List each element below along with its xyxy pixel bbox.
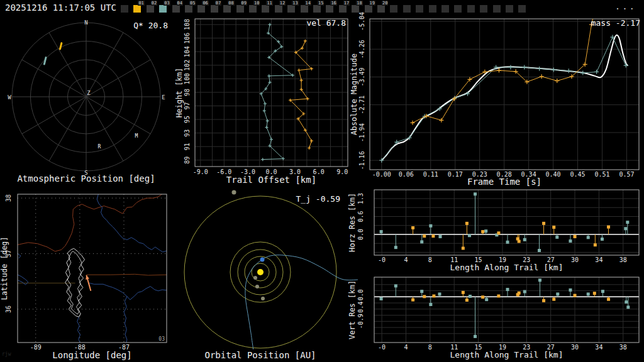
ytick: -5.04 bbox=[358, 12, 365, 31]
residual-marker bbox=[625, 300, 628, 304]
xtick: -9.0 bbox=[193, 168, 208, 175]
residual-marker bbox=[601, 238, 604, 241]
polar-spoke bbox=[49, 97, 86, 161]
polar-spoke bbox=[22, 97, 86, 134]
residual-marker bbox=[497, 294, 500, 297]
polar-spoke bbox=[49, 33, 86, 97]
ytick: 98 bbox=[184, 89, 191, 96]
residual-marker bbox=[420, 240, 423, 243]
xtick: 38 bbox=[619, 344, 627, 351]
residual-marker bbox=[574, 235, 577, 238]
residual-marker bbox=[555, 236, 558, 239]
residual-marker bbox=[523, 238, 526, 241]
data-marker bbox=[522, 65, 526, 69]
map-ytick: 38 bbox=[5, 194, 12, 202]
panel-trail: -9.0-6.0-3.00.03.06.09.08991939597981001… bbox=[175, 18, 348, 185]
polar-xlabel: Atmospheric Position [deg] bbox=[17, 173, 155, 184]
series-fit-curve bbox=[382, 35, 628, 161]
residual-marker bbox=[506, 241, 509, 244]
map-box bbox=[18, 194, 167, 343]
residual-marker bbox=[601, 290, 604, 293]
residual-marker bbox=[607, 226, 610, 229]
residual-marker bbox=[474, 192, 477, 195]
residual-marker bbox=[523, 290, 526, 293]
annotation: vel 67.8 bbox=[306, 18, 346, 28]
polar-spoke bbox=[22, 60, 86, 97]
residual-marker bbox=[626, 221, 629, 224]
data-marker bbox=[537, 67, 541, 71]
data-marker bbox=[304, 40, 307, 43]
data-marker bbox=[265, 126, 268, 129]
xtick: 4 bbox=[404, 344, 408, 351]
xlabel: Length Along Trail [km] bbox=[450, 263, 563, 272]
residual-marker bbox=[542, 299, 545, 302]
residual-marker bbox=[569, 288, 572, 292]
sun-marker bbox=[257, 269, 264, 275]
panel-atmospheric-position: NSWEZRMQ* 20.8Atmospheric Position [deg] bbox=[8, 19, 168, 184]
data-marker bbox=[268, 81, 271, 84]
residual-marker bbox=[380, 230, 383, 233]
series-group bbox=[260, 23, 313, 162]
residual-marker bbox=[429, 224, 432, 228]
data-marker bbox=[263, 109, 266, 112]
ytick: -2.71 bbox=[358, 96, 365, 114]
ytick: 1.3 bbox=[357, 193, 364, 204]
ylabel: Absolute Magnitude bbox=[350, 53, 358, 135]
xtick: -0.00 bbox=[372, 171, 391, 178]
ytick: 93 bbox=[184, 129, 191, 137]
station-marker-M: M bbox=[135, 133, 138, 139]
map-river-branch bbox=[124, 297, 127, 343]
residual-marker bbox=[587, 236, 590, 239]
q-annotation: Q* 20.8 bbox=[133, 21, 168, 30]
residual-marker bbox=[462, 291, 465, 294]
xlabel: Frame Time [s] bbox=[467, 177, 541, 187]
data-marker bbox=[264, 102, 267, 106]
residual-marker bbox=[465, 299, 469, 302]
residual-marker bbox=[626, 305, 630, 309]
residual-marker bbox=[593, 292, 596, 295]
series-site-2 bbox=[291, 41, 312, 148]
xtick: 0.40 bbox=[546, 171, 561, 178]
data-marker bbox=[297, 69, 301, 72]
trail-streak-2 bbox=[44, 58, 46, 65]
planet-earth bbox=[260, 258, 265, 262]
annotation: mass -2.17 bbox=[591, 18, 640, 28]
xlabel: Length Along Trail [km] bbox=[450, 350, 563, 359]
ytick: 100 bbox=[184, 73, 191, 84]
map-xlabel: Longitude [deg] bbox=[52, 350, 131, 360]
orbital-xlabel: Orbital Position [AU] bbox=[204, 350, 316, 360]
watermark: rjw bbox=[2, 351, 11, 357]
xtick: 0.17 bbox=[448, 171, 463, 178]
data-marker bbox=[580, 71, 585, 75]
ylabel: Vert Res [km] bbox=[348, 280, 357, 339]
ylabel: Horz Res [km] bbox=[348, 193, 357, 252]
ytick: 0.0 bbox=[357, 229, 364, 240]
residual-marker bbox=[552, 298, 555, 301]
planet-venus bbox=[255, 285, 259, 288]
residual-marker bbox=[411, 299, 414, 302]
xtick: 0.51 bbox=[594, 171, 609, 178]
planet-mars bbox=[261, 297, 265, 300]
residual-marker bbox=[394, 246, 397, 249]
data-marker bbox=[300, 79, 303, 82]
residual-marker bbox=[497, 231, 500, 234]
residual-marker bbox=[556, 292, 559, 295]
map-ytick: 36 bbox=[5, 305, 12, 313]
ytick: 108 bbox=[184, 19, 191, 30]
data-marker bbox=[594, 70, 599, 74]
residual-marker bbox=[538, 278, 541, 282]
data-marker bbox=[308, 146, 311, 150]
ytick: 102 bbox=[184, 60, 191, 71]
xtick: 38 bbox=[619, 256, 627, 263]
xtick: 30 bbox=[571, 256, 579, 263]
xtick: 8 bbox=[428, 344, 432, 351]
data-marker bbox=[540, 74, 544, 79]
series-site-1 bbox=[382, 37, 626, 160]
xtick: -0 bbox=[378, 256, 386, 263]
xtick: 34 bbox=[595, 256, 602, 263]
panel-ground-map: -89-88-87383736Longitude [deg]Latitude [… bbox=[0, 192, 167, 360]
residual-marker bbox=[518, 292, 521, 295]
data-marker bbox=[508, 65, 513, 69]
xlabel: Trail Offset [km] bbox=[226, 175, 316, 185]
ytick: 106 bbox=[184, 33, 191, 44]
